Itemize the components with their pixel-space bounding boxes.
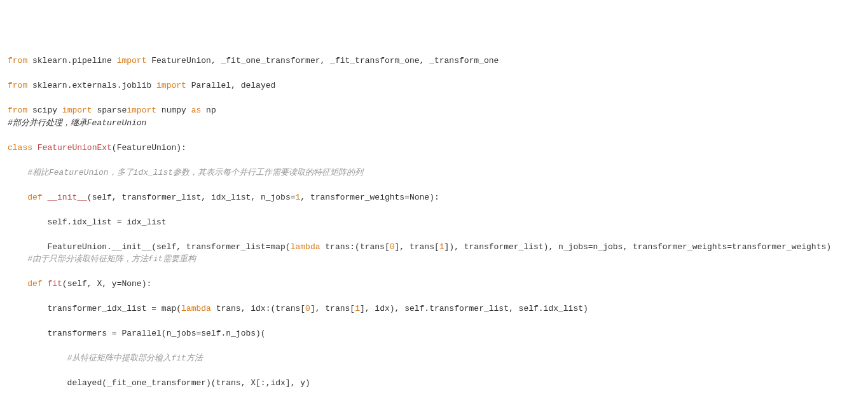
keyword-as: as [191, 106, 202, 115]
keyword-import: import [156, 81, 186, 90]
keyword-from: from [8, 106, 27, 115]
line-5: class FeatureUnionExt(FeatureUnion): [8, 143, 186, 153]
keyword-import: import [62, 106, 92, 115]
code-block: from sklearn.pipeline import FeatureUnio… [8, 55, 860, 390]
numeric-literal: 1 [439, 242, 444, 252]
line-14-comment: #从特征矩阵中提取部分输入fit方法 [8, 353, 203, 363]
keyword-from: from [8, 81, 27, 90]
class-name: FeatureUnionExt [38, 143, 112, 153]
line-3: from scipy import sparseimport numpy as … [8, 106, 216, 115]
keyword-def: def [27, 279, 42, 289]
line-6-comment: #相比FeatureUnion，多了idx_list参数，其表示每个并行工作需要… [8, 168, 363, 177]
line-11: def fit(self, X, y=None): [8, 279, 151, 289]
keyword-from: from [8, 56, 27, 65]
numeric-literal: 1 [355, 304, 360, 313]
function-name: fit [47, 279, 62, 289]
line-8: self.idx_list = idx_list [8, 217, 167, 227]
line-7: def __init__(self, transformer_list, idx… [8, 193, 439, 202]
numeric-literal: 0 [390, 242, 395, 252]
line-15: delayed(_fit_one_transformer)(trans, X[:… [8, 378, 310, 388]
line-4-comment: #部分并行处理，继承FeatureUnion [8, 118, 146, 128]
keyword-import: import [127, 106, 156, 115]
line-10-comment: #由于只部分读取特征矩阵，方法fit需要重构 [8, 254, 196, 264]
keyword-import: import [117, 56, 147, 65]
keyword-def: def [27, 193, 42, 202]
keyword-lambda: lambda [181, 304, 211, 313]
numeric-literal: 0 [305, 304, 310, 313]
line-12: transformer_idx_list = map(lambda trans,… [8, 304, 588, 313]
line-1: from sklearn.pipeline import FeatureUnio… [8, 56, 499, 65]
line-13: transformers = Parallel(n_jobs=self.n_jo… [8, 329, 266, 338]
keyword-lambda: lambda [291, 242, 320, 252]
line-9: FeatureUnion.__init__(self, transformer_… [8, 242, 831, 252]
keyword-class: class [8, 143, 32, 153]
function-name: __init__ [47, 193, 86, 202]
line-2: from sklearn.externals.joblib import Par… [8, 81, 275, 90]
